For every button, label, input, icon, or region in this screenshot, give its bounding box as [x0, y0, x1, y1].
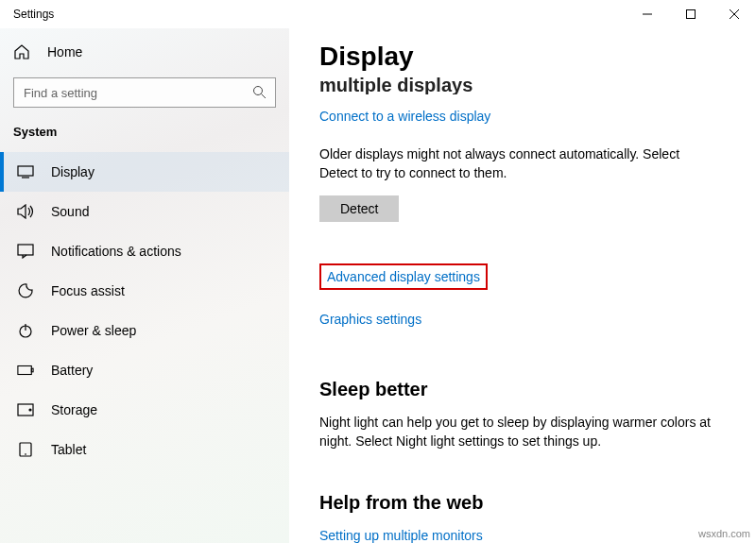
- partial-section-heading: multiple displays: [319, 74, 711, 94]
- sidebar-home[interactable]: Home: [0, 38, 289, 66]
- storage-icon: [17, 401, 34, 418]
- svg-rect-12: [31, 368, 33, 372]
- svg-point-4: [254, 87, 263, 95]
- focus-assist-icon: [17, 282, 34, 299]
- sidebar-list: Display Sound Notifications & actions: [0, 152, 289, 469]
- page-title: Display: [319, 42, 711, 72]
- sidebar-item-label: Notifications & actions: [51, 244, 181, 259]
- maximize-icon: [686, 9, 696, 19]
- search-input[interactable]: [13, 77, 276, 108]
- link-advanced-display-settings[interactable]: Advanced display settings: [327, 269, 480, 284]
- sidebar-item-power-sleep[interactable]: Power & sleep: [0, 311, 289, 350]
- minimize-icon: [643, 9, 652, 19]
- display-icon: [17, 163, 34, 180]
- content-pane: Display multiple displays Connect to a w…: [289, 28, 756, 543]
- svg-point-14: [29, 409, 31, 411]
- sidebar-item-label: Focus assist: [51, 283, 125, 298]
- close-button[interactable]: [713, 0, 756, 28]
- notifications-icon: [17, 243, 34, 260]
- link-connect-wireless-display[interactable]: Connect to a wireless display: [319, 109, 490, 124]
- link-graphics-settings[interactable]: Graphics settings: [319, 312, 421, 327]
- sidebar-item-label: Sound: [51, 204, 89, 219]
- minimize-button[interactable]: [626, 0, 669, 28]
- sound-icon: [17, 203, 34, 220]
- sidebar-item-sound[interactable]: Sound: [0, 192, 289, 231]
- maximize-button[interactable]: [669, 0, 713, 28]
- sidebar-item-notifications[interactable]: Notifications & actions: [0, 231, 289, 271]
- tablet-icon: [17, 441, 34, 458]
- sidebar-item-label: Power & sleep: [51, 323, 136, 338]
- heading-help-from-web: Help from the web: [319, 492, 711, 514]
- sleep-description: Night light can help you get to sleep by…: [319, 414, 711, 450]
- sidebar-item-focus-assist[interactable]: Focus assist: [0, 271, 289, 311]
- close-icon: [730, 9, 739, 19]
- svg-rect-1: [687, 10, 696, 19]
- svg-rect-8: [18, 245, 33, 255]
- svg-line-5: [262, 94, 266, 99]
- window-title: Settings: [13, 8, 54, 21]
- sidebar: Home System Display: [0, 28, 289, 543]
- link-help-multiple-monitors[interactable]: Setting up multiple monitors: [319, 528, 483, 543]
- sidebar-home-label: Home: [47, 44, 82, 59]
- detect-button[interactable]: Detect: [319, 195, 399, 222]
- home-icon: [13, 43, 30, 60]
- search-icon: [252, 85, 266, 103]
- sidebar-item-storage[interactable]: Storage: [0, 390, 289, 430]
- search-container: [13, 77, 276, 108]
- heading-sleep-better: Sleep better: [319, 379, 711, 400]
- sidebar-section-label: System: [0, 125, 289, 152]
- sidebar-item-label: Battery: [51, 363, 93, 378]
- sidebar-item-battery[interactable]: Battery: [0, 350, 289, 390]
- watermark: wsxdn.com: [698, 528, 750, 539]
- sidebar-item-label: Tablet: [51, 442, 86, 457]
- sidebar-item-tablet[interactable]: Tablet: [0, 430, 289, 469]
- sidebar-item-display[interactable]: Display: [0, 152, 289, 192]
- svg-rect-11: [18, 366, 31, 375]
- titlebar: Settings: [0, 0, 756, 28]
- svg-rect-6: [18, 166, 33, 176]
- sidebar-item-label: Display: [51, 164, 94, 179]
- sidebar-item-label: Storage: [51, 402, 97, 417]
- highlight-advanced-display: Advanced display settings: [319, 263, 488, 290]
- detect-description: Older displays might not always connect …: [319, 145, 711, 182]
- window-controls: [626, 0, 756, 28]
- power-icon: [17, 322, 34, 339]
- battery-icon: [17, 362, 34, 379]
